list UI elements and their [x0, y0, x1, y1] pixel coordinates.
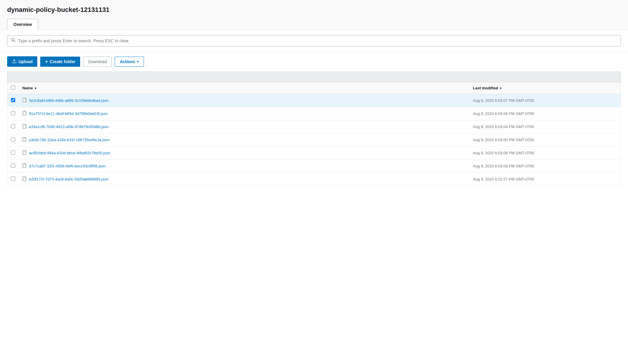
- file-icon: [22, 124, 27, 130]
- row-checkbox[interactable]: [11, 98, 15, 102]
- row-checkbox[interactable]: [11, 177, 15, 181]
- col-name-header[interactable]: Name▼: [19, 83, 469, 94]
- chevron-down-icon: ▾: [137, 60, 139, 63]
- file-name-cell: 3e2c8afd-b9fd-446b-a665-3c105ebb4ba4.jso…: [19, 94, 469, 107]
- plus-icon: +: [45, 59, 48, 64]
- file-modified-date: Aug 9, 2020 6:03:06 PM GMT-0700: [469, 107, 621, 120]
- file-modified-date: Aug 9, 2020 6:02:57 PM GMT-0700: [469, 173, 621, 186]
- col-modified-header[interactable]: Last modified▼: [469, 83, 621, 94]
- file-name-cell: ac95cbbd-994a-410d-bbcb-94bd82c78e00.jso…: [19, 147, 469, 160]
- select-all-checkbox[interactable]: [11, 85, 15, 90]
- row-checkbox-cell: [7, 120, 19, 133]
- row-checkbox[interactable]: [11, 150, 15, 155]
- row-checkbox-cell: [7, 147, 19, 160]
- table-row: ac95cbbd-994a-410d-bbcb-94bd82c78e00.jso…: [7, 147, 621, 160]
- download-label: Download: [88, 59, 107, 64]
- col-modified-label: Last modified: [473, 86, 498, 90]
- file-link[interactable]: a3e9c790-15ea-424b-b31f-166735e49c2a.jso…: [29, 138, 110, 142]
- select-all-header: [7, 83, 19, 94]
- actions-button[interactable]: Actions ▾: [115, 57, 144, 67]
- table-row: e20f171f-7d73-4ac8-8a0c-5d20ab688993.jso…: [7, 173, 621, 186]
- toolbar: Upload + Create folder Download Actions …: [0, 52, 628, 71]
- tab-overview[interactable]: Overview: [7, 19, 38, 30]
- row-checkbox[interactable]: [11, 111, 15, 115]
- file-link[interactable]: ac95cbbd-994a-410d-bbcb-94bd82c78e00.jso…: [29, 151, 110, 155]
- table-row: a3e9c790-15ea-424b-b31f-166735e49c2a.jso…: [7, 133, 621, 147]
- tab-bar: Overview: [7, 18, 621, 30]
- file-name-cell: a33a1cf6-7b98-4613-af8b-97d679c65d6b.jso…: [19, 120, 469, 133]
- file-name-cell: a3e9c790-15ea-424b-b31f-166735e49c2a.jso…: [19, 133, 469, 147]
- file-modified-date: Aug 9, 2020 6:03:00 PM GMT-0700: [469, 133, 621, 147]
- file-name-cell: 91a757cf-9e11-4bdf-b65d-3d790b0eb53f.jso…: [19, 107, 469, 120]
- file-icon: [22, 163, 27, 169]
- search-input[interactable]: [18, 38, 617, 43]
- row-checkbox[interactable]: [11, 124, 15, 128]
- file-table: Name▼ Last modified▼ 3e2c8afd-b9fd-446b-…: [7, 82, 621, 186]
- search-icon: [11, 38, 16, 44]
- filter-bar: [7, 71, 621, 82]
- file-icon: [22, 176, 27, 182]
- file-icon: [22, 137, 27, 143]
- file-link[interactable]: a33a1cf6-7b98-4613-af8b-97d679c65d6b.jso…: [29, 125, 108, 129]
- name-sort-icon: ▼: [34, 87, 37, 90]
- row-checkbox-cell: [7, 173, 19, 186]
- table-row: d7c7ca87-15f1-4556-8ef6-becc93c6ff56.jso…: [7, 160, 621, 173]
- download-button[interactable]: Download: [83, 57, 112, 67]
- actions-label: Actions: [120, 59, 135, 64]
- file-name-cell: d7c7ca87-15f1-4556-8ef6-becc93c6ff56.jso…: [19, 160, 469, 173]
- modified-sort-icon: ▼: [499, 87, 502, 90]
- file-link[interactable]: 91a757cf-9e11-4bdf-b65d-3d790b0eb53f.jso…: [29, 111, 108, 116]
- file-icon: [22, 111, 27, 116]
- file-icon: [22, 150, 27, 156]
- file-icon: [22, 98, 27, 103]
- file-link[interactable]: e20f171f-7d73-4ac8-8a0c-5d20ab688993.jso…: [29, 177, 108, 181]
- row-checkbox[interactable]: [11, 164, 15, 168]
- table-row: a33a1cf6-7b98-4613-af8b-97d679c65d6b.jso…: [7, 120, 621, 133]
- upload-button[interactable]: Upload: [7, 56, 37, 67]
- table-row: 91a757cf-9e11-4bdf-b65d-3d790b0eb53f.jso…: [7, 107, 621, 120]
- row-checkbox-cell: [7, 160, 19, 173]
- col-name-label: Name: [22, 86, 33, 90]
- upload-label: Upload: [18, 59, 32, 64]
- file-modified-date: Aug 9, 2020 6:03:07 PM GMT-0700: [469, 94, 621, 107]
- file-modified-date: Aug 9, 2020 6:03:08 PM GMT-0700: [469, 147, 621, 160]
- file-link[interactable]: d7c7ca87-15f1-4556-8ef6-becc93c6ff56.jso…: [29, 164, 106, 168]
- search-bar: [7, 35, 621, 46]
- file-name-cell: e20f171f-7d73-4ac8-8a0c-5d20ab688993.jso…: [19, 173, 469, 186]
- bucket-title: dynamic-policy-bucket-12131131: [7, 6, 621, 18]
- svg-line-1: [14, 41, 15, 42]
- create-folder-label: Create folder: [50, 59, 75, 64]
- row-checkbox-cell: [7, 94, 19, 107]
- row-checkbox-cell: [7, 107, 19, 120]
- file-modified-date: Aug 9, 2020 6:03:04 PM GMT-0700: [469, 120, 621, 133]
- upload-icon: [12, 59, 17, 64]
- file-modified-date: Aug 9, 2020 6:03:09 PM GMT-0700: [469, 160, 621, 173]
- table-row: 3e2c8afd-b9fd-446b-a665-3c105ebb4ba4.jso…: [7, 94, 621, 107]
- row-checkbox-cell: [7, 133, 19, 147]
- row-checkbox[interactable]: [11, 137, 15, 141]
- create-folder-button[interactable]: + Create folder: [40, 57, 80, 67]
- file-link[interactable]: 3e2c8afd-b9fd-446b-a665-3c105ebb4ba4.jso…: [29, 98, 108, 103]
